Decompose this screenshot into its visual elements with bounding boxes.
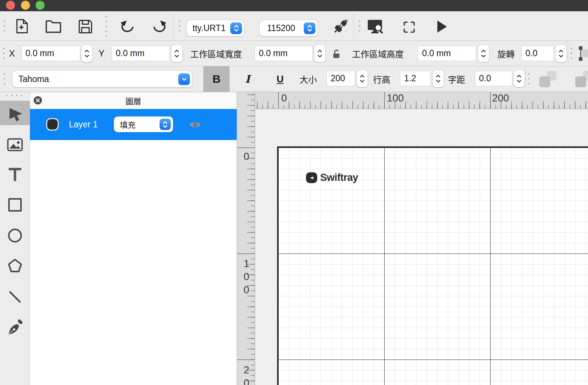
titlebar [0,0,588,11]
bold-button[interactable]: B [203,66,230,92]
drag-handle[interactable] [571,46,572,61]
workarea-width-label: 工作區域寬度 [190,41,242,66]
workarea-height-input[interactable] [418,46,476,61]
workarea-width-input[interactable] [255,46,313,61]
layers-panel: 圖層 Layer 1 填充 [30,92,237,385]
new-file-icon [13,18,30,35]
connect-icon [332,18,349,35]
boolean-union-button[interactable] [539,71,557,87]
v-ruler-label-0: 0 [240,151,252,164]
x-input[interactable] [21,46,80,61]
italic-button[interactable]: I [238,66,257,92]
font-size-label: 大小 [300,66,317,92]
drag-handle[interactable] [528,72,530,87]
open-file-button[interactable] [44,19,62,34]
frame-button[interactable] [401,19,416,34]
serial-port-select[interactable]: tty.URT1 [187,20,244,36]
line-icon [6,288,24,306]
rectangle-tool[interactable] [0,192,30,217]
select-tool[interactable] [0,101,30,125]
save-file-button[interactable] [76,18,94,35]
lock-ratio-button[interactable] [331,48,342,60]
font-size-stepper[interactable] [357,70,368,87]
image-tool[interactable] [0,133,30,157]
workarea-height-label: 工作區域高度 [352,41,404,66]
line-height-input[interactable] [400,71,431,86]
pen-tool[interactable] [0,316,30,340]
letter-spacing-label: 字距 [448,66,465,92]
distribute-button[interactable] [578,43,588,64]
connect-button[interactable] [332,17,350,35]
rotate-stepper[interactable] [555,45,567,62]
drag-handle[interactable] [4,72,5,87]
divider [354,13,354,39]
baud-rate-select[interactable]: 115200 [260,20,318,36]
font-size-input[interactable] [327,71,355,86]
layer-visibility-toggle[interactable] [189,121,201,129]
undo-button[interactable] [119,18,136,34]
rotate-label: 旋轉 [497,41,515,66]
play-icon [436,19,448,34]
divider [525,66,525,92]
baud-rate-value: 115200 [260,23,304,33]
rotate-input[interactable] [521,46,554,61]
serial-port-value: tty.URT1 [187,23,230,33]
canvas-object-logo[interactable]: Swiftray [306,172,358,184]
divider [568,41,568,66]
redo-button[interactable] [151,18,168,34]
text-tool[interactable] [0,162,30,186]
boolean-subtract-button[interactable] [575,71,588,87]
canvas-area[interactable]: Swiftray 0 100 200 0 100 200 [237,92,588,385]
ellipse-tool[interactable] [0,223,30,248]
fullscreen-window-button[interactable] [36,1,45,10]
swiftray-logo-icon [306,172,317,183]
new-file-button[interactable] [13,17,31,35]
line-height-stepper[interactable] [433,70,444,87]
layer-color-swatch[interactable] [47,119,58,130]
vertical-ruler: 0 100 200 [237,92,255,385]
distribute-icon [578,43,588,64]
polygon-tool[interactable] [0,254,30,278]
main-toolbar: tty.URT1 115200 [0,11,588,41]
drag-handle[interactable] [359,19,360,34]
y-stepper[interactable] [171,45,182,62]
work-area[interactable]: Swiftray [277,146,588,385]
font-family-value: Tahoma [12,74,178,84]
font-family-select[interactable]: Tahoma [12,71,192,87]
camera-preview-button[interactable] [366,19,386,34]
v-ruler-label-100: 100 [240,258,252,297]
close-panel-button[interactable] [33,96,42,105]
layer-row[interactable]: Layer 1 填充 [30,109,237,140]
minimize-window-button[interactable] [21,1,30,10]
layer-mode-select[interactable]: 填充 [114,116,173,132]
letter-spacing-input[interactable] [475,71,512,86]
tool-sidebar [0,92,30,385]
frame-icon [402,20,416,34]
ellipse-icon [6,227,24,245]
v-ruler-label-200: 200 [240,364,252,385]
close-window-button[interactable] [6,1,15,10]
workarea-width-stepper[interactable] [314,45,325,62]
drag-handle[interactable] [4,19,5,34]
letter-spacing-stepper[interactable] [513,70,525,87]
x-stepper[interactable] [81,45,93,62]
layers-panel-header: 圖層 [30,92,237,109]
start-job-button[interactable] [434,19,449,34]
select-chevrons-icon [230,22,242,34]
content-area: 圖層 Layer 1 填充 [0,92,588,385]
y-input[interactable] [112,46,170,61]
layer-mode-value: 填充 [114,119,160,130]
camera-preview-icon [367,19,385,34]
drag-handle[interactable] [3,46,4,61]
underline-button[interactable]: U [270,66,290,92]
section-separator[interactable] [106,14,107,38]
union-front-square-icon [539,76,550,87]
pen-nib-icon [6,319,24,337]
h-ruler-label-0: 0 [281,93,287,104]
drag-handle[interactable] [4,95,25,96]
line-tool[interactable] [0,285,30,309]
workarea-height-stepper[interactable] [478,45,489,62]
drag-handle[interactable] [179,19,180,34]
open-file-icon [45,19,62,34]
layer-name: Layer 1 [69,109,98,140]
